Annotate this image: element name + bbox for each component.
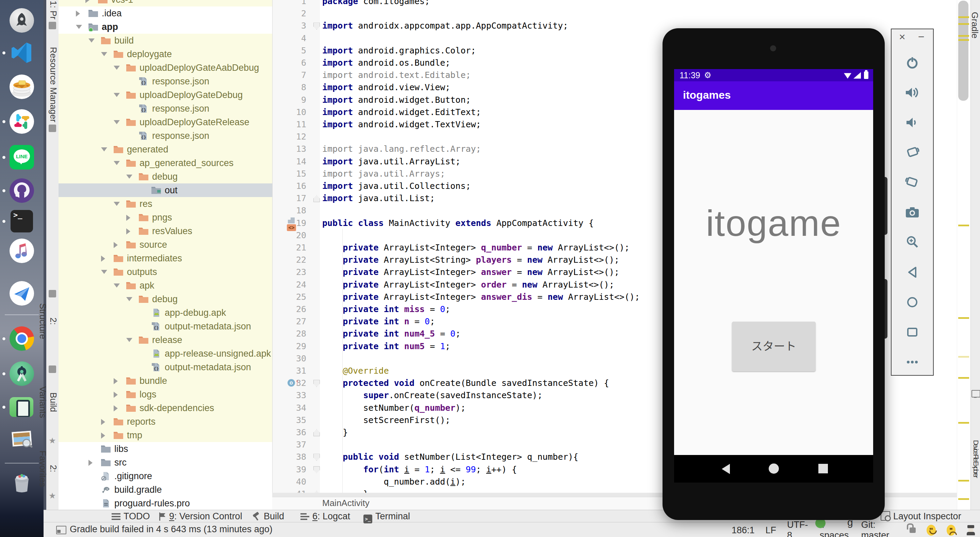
emulator-camera-button[interactable] (891, 203, 933, 222)
tree-row[interactable]: {}output-metadata.json (59, 320, 272, 333)
sad-feedback-icon[interactable] (947, 525, 956, 535)
tree-row[interactable]: reports (59, 415, 272, 429)
tree-expand-arrow[interactable] (101, 147, 107, 151)
tree-row[interactable]: app (59, 20, 272, 34)
tree-row[interactable]: deploygate (59, 47, 272, 61)
tab-gradle[interactable]: Gradle (970, 0, 980, 59)
caret-position[interactable]: 186:1 (732, 525, 755, 535)
tree-row[interactable]: pngs (59, 210, 272, 224)
phone-screen[interactable]: 11:39 ⚙ itogames itogame スタート (674, 69, 873, 483)
tree-row[interactable]: {}response.json (59, 102, 272, 115)
tree-expand-arrow[interactable] (114, 284, 120, 288)
toolwindow-tab-todo[interactable]: TODO (111, 511, 150, 521)
tree-row[interactable]: uploadDeployGateAabDebug (59, 61, 272, 75)
tree-row[interactable]: uploadDeployGateRelease (59, 115, 272, 129)
toolwindow-toggle-icon[interactable] (56, 526, 66, 534)
tree-row[interactable]: res (59, 197, 272, 210)
tree-expand-arrow[interactable] (126, 297, 132, 301)
tree-row[interactable]: {}output-metadata.json (59, 360, 272, 374)
emulator-overview-button[interactable] (891, 323, 933, 342)
tree-row[interactable]: uploadDeployGateDebug (59, 88, 272, 102)
emulator-zoom-button[interactable] (891, 233, 933, 252)
tree-row[interactable]: outputs (59, 265, 272, 279)
tree-row[interactable]: src (59, 456, 272, 469)
tree-row[interactable]: generated (59, 143, 272, 156)
tree-row[interactable]: app-debug.apk (59, 306, 272, 320)
toolwindow-tab-6-logcat[interactable]: 6: Logcat (301, 511, 350, 521)
start-button[interactable]: スタート (732, 322, 816, 371)
close-icon[interactable]: × (899, 30, 905, 43)
tree-row[interactable]: proguard-rules.pro (59, 497, 272, 510)
tree-expand-arrow[interactable] (114, 242, 118, 248)
tree-expand-arrow[interactable] (114, 202, 120, 206)
emulator-rotate-left-button[interactable] (891, 143, 933, 162)
stripe-tab-build-variants[interactable]: Build Variants (46, 376, 59, 428)
emulator-volume-down-button[interactable] (891, 113, 933, 132)
emulator-back-button[interactable] (891, 263, 933, 282)
happy-feedback-icon[interactable] (927, 525, 936, 535)
tree-expand-arrow[interactable] (101, 432, 105, 439)
dock-item-vscode[interactable] (10, 40, 34, 65)
tree-row[interactable]: sdk-dependencies (59, 401, 272, 415)
tree-row[interactable]: debug (59, 170, 272, 183)
tree-expand-arrow[interactable] (114, 405, 118, 411)
line-separator[interactable]: LF (765, 525, 776, 535)
tab-device-file-explorer[interactable]: Device File Explorer (970, 402, 980, 515)
tree-row[interactable]: resValues (59, 224, 272, 238)
tree-row[interactable]: app-release-unsigned.apk (59, 347, 272, 360)
dock-item-chrome[interactable] (10, 327, 34, 351)
tree-expand-arrow[interactable] (101, 419, 105, 425)
tree-expand-arrow[interactable] (114, 161, 120, 165)
tree-row[interactable]: {}response.json (59, 75, 272, 88)
dock-item-line[interactable]: LINE (10, 145, 34, 169)
breadcrumb[interactable]: MainActivity (322, 498, 369, 508)
toolwindow-tab-build[interactable]: Build (252, 511, 284, 521)
dock-item-preview[interactable] (10, 427, 34, 451)
project-tree[interactable]: vcs-1.ideaappbuilddeploygateuploadDeploy… (59, 0, 272, 510)
tree-expand-arrow[interactable] (126, 215, 130, 221)
tree-expand-arrow[interactable] (114, 378, 118, 384)
tree-row[interactable]: ap_generated_sources (59, 156, 272, 170)
toolwindow-tab-9-version-control[interactable]: 9: Version Control (159, 511, 242, 521)
emulator-volume-up-button[interactable] (891, 83, 933, 102)
emulator-more-button[interactable] (891, 352, 933, 371)
dock-item-launchpad[interactable] (10, 8, 34, 33)
tree-expand-arrow[interactable] (89, 460, 92, 466)
tree-expand-arrow[interactable] (86, 0, 89, 3)
tree-row[interactable]: build (59, 34, 272, 47)
tree-expand-arrow[interactable] (89, 38, 95, 43)
tree-row[interactable]: out (59, 183, 272, 197)
dock-item-terminal[interactable]: >_ (10, 209, 34, 233)
dock-item-pancake-db[interactable] (10, 75, 34, 99)
class-to-layout-icon[interactable]: <> (287, 224, 296, 231)
dock-item-trash[interactable] (10, 471, 34, 496)
tree-row[interactable]: logs (59, 387, 272, 401)
stripe-tab-1-pr[interactable]: 1: Pr (46, 0, 59, 20)
dock-item-github[interactable] (10, 178, 34, 203)
tree-expand-arrow[interactable] (114, 120, 120, 124)
tree-row[interactable]: tmp (59, 429, 272, 442)
tree-expand-arrow[interactable] (114, 66, 120, 70)
emulator-home-button[interactable] (891, 293, 933, 312)
tree-row[interactable]: intermediates (59, 252, 272, 265)
dock-item-android-emulator[interactable] (10, 395, 34, 419)
status-message[interactable]: Gradle build failed in 4 s 643 ms (13 mi… (70, 524, 272, 535)
encoding[interactable]: UTF-8 (787, 519, 809, 537)
tree-row[interactable]: vcs-1 (59, 0, 272, 6)
dock-item-mail[interactable] (10, 281, 34, 306)
tree-expand-arrow[interactable] (126, 338, 132, 342)
dock-item-music[interactable] (10, 239, 34, 263)
tree-expand-arrow[interactable] (76, 25, 82, 29)
tree-expand-arrow[interactable] (101, 256, 105, 262)
stripe-tab-2-structure[interactable]: 2: Structure (46, 301, 59, 342)
tree-expand-arrow[interactable] (114, 93, 120, 97)
tree-row[interactable]: build.gradle (59, 483, 272, 497)
tree-row[interactable]: release (59, 333, 272, 347)
stripe-tab-2-favorites[interactable]: 2: Favorites (46, 448, 59, 489)
tree-row[interactable]: debug (59, 292, 272, 306)
tree-row[interactable]: apk (59, 279, 272, 292)
editor-scrollbar-thumb[interactable] (958, 1, 969, 101)
git-branch[interactable]: Git: master (861, 519, 899, 537)
stripe-tab-resource-manager[interactable]: Resource Manager (46, 47, 59, 123)
tree-expand-arrow[interactable] (76, 11, 80, 17)
